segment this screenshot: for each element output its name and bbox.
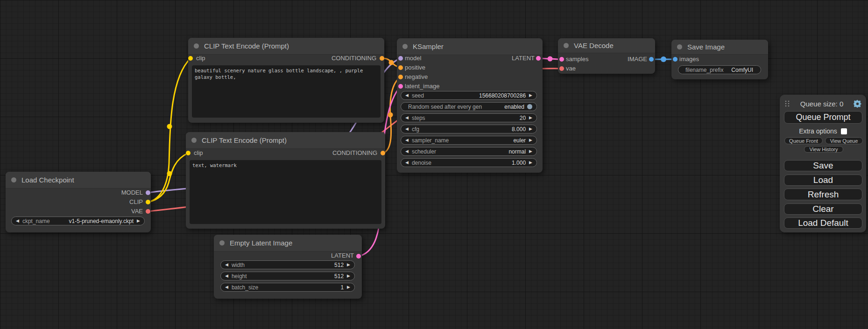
node-title-bar[interactable]: Empty Latent Image bbox=[214, 235, 362, 252]
node-empty-latent-image[interactable]: Empty Latent Image LATENT ◀ width 512 ▶ … bbox=[214, 235, 362, 299]
collapse-dot[interactable] bbox=[194, 43, 199, 49]
node-title-bar[interactable]: Save Image bbox=[671, 40, 768, 55]
widget-label: scheduler bbox=[412, 148, 436, 155]
model-output-slot[interactable] bbox=[146, 190, 150, 195]
clear-button[interactable]: Clear bbox=[784, 203, 862, 215]
filename-prefix-widget[interactable]: filename_prefix ComfyUI bbox=[678, 65, 761, 74]
node-title-bar[interactable]: Load Checkpoint bbox=[6, 172, 151, 189]
vae-input-slot[interactable] bbox=[559, 66, 564, 71]
collapse-dot[interactable] bbox=[677, 44, 682, 49]
image-output-slot[interactable] bbox=[649, 57, 654, 62]
gear-icon[interactable] bbox=[854, 100, 861, 108]
increment-arrow-icon[interactable]: ▶ bbox=[137, 219, 140, 223]
sampler-name-widget[interactable]: ◀ sampler_name euler ▶ bbox=[401, 136, 537, 145]
increment-arrow-icon[interactable]: ▶ bbox=[529, 149, 532, 154]
latent-output-slot[interactable] bbox=[536, 56, 541, 61]
conditioning-output-slot[interactable] bbox=[381, 151, 385, 155]
view-queue-button[interactable]: View Queue bbox=[825, 137, 863, 144]
samples-input-slot[interactable] bbox=[559, 57, 564, 62]
model-input-slot[interactable] bbox=[398, 56, 403, 61]
decrement-arrow-icon[interactable]: ◀ bbox=[405, 127, 409, 131]
latent-output-slot[interactable] bbox=[356, 254, 361, 259]
node-title-bar[interactable]: CLIP Text Encode (Prompt) bbox=[186, 132, 385, 149]
increment-arrow-icon[interactable]: ▶ bbox=[529, 127, 532, 131]
random-seed-toggle-widget[interactable]: Random seed after every gen enabled bbox=[401, 102, 537, 111]
prompt-textarea[interactable]: beautiful scenery nature glass bottle la… bbox=[192, 65, 381, 118]
load-button[interactable]: Load bbox=[784, 175, 862, 186]
height-widget[interactable]: ◀ height 512 ▶ bbox=[220, 272, 355, 280]
decrement-arrow-icon[interactable]: ◀ bbox=[225, 274, 228, 278]
collapse-dot[interactable] bbox=[402, 44, 408, 49]
collapse-dot[interactable] bbox=[564, 43, 569, 48]
view-history-button[interactable]: View History bbox=[804, 146, 843, 153]
negative-input-slot[interactable] bbox=[398, 75, 403, 79]
decrement-arrow-icon[interactable]: ◀ bbox=[405, 116, 409, 120]
queue-size-label: Queue size: 0 bbox=[790, 100, 854, 108]
node-load-checkpoint[interactable]: Load Checkpoint MODEL CLIP VAE ◀ ckpt_na… bbox=[6, 172, 151, 232]
images-input-slot[interactable] bbox=[673, 57, 677, 62]
node-title-bar[interactable]: VAE Decode bbox=[558, 38, 655, 53]
collapse-dot[interactable] bbox=[11, 177, 16, 182]
latent-image-input-slot[interactable] bbox=[398, 84, 403, 89]
save-button[interactable]: Save bbox=[784, 160, 862, 171]
collapse-dot[interactable] bbox=[191, 138, 197, 143]
width-widget[interactable]: ◀ width 512 ▶ bbox=[220, 260, 355, 269]
decrement-arrow-icon[interactable]: ◀ bbox=[225, 285, 228, 289]
node-ksampler[interactable]: KSampler model positive negative latent_… bbox=[397, 38, 543, 173]
decrement-arrow-icon[interactable]: ◀ bbox=[16, 219, 19, 223]
toggle-indicator[interactable] bbox=[527, 104, 532, 109]
steps-widget[interactable]: ◀ steps 20 ▶ bbox=[401, 113, 537, 122]
decrement-arrow-icon[interactable]: ◀ bbox=[405, 149, 409, 154]
denoise-widget[interactable]: ◀ denoise 1.000 ▶ bbox=[401, 158, 537, 167]
increment-arrow-icon[interactable]: ▶ bbox=[529, 116, 532, 120]
load-default-button[interactable]: Load Default bbox=[784, 217, 862, 229]
extra-options-checkbox[interactable] bbox=[841, 128, 847, 134]
node-vae-decode[interactable]: VAE Decode samples vae IMAGE bbox=[558, 38, 655, 74]
positive-input-slot[interactable] bbox=[398, 65, 403, 70]
clip-input-slot[interactable] bbox=[186, 151, 191, 155]
widget-label: width bbox=[232, 262, 245, 268]
queue-front-button[interactable]: Queue Front bbox=[784, 137, 823, 144]
widget-label: sampler_name bbox=[412, 137, 449, 144]
decrement-arrow-icon[interactable]: ◀ bbox=[405, 161, 409, 165]
widget-label: ckpt_name bbox=[22, 218, 50, 224]
node-title-bar[interactable]: KSampler bbox=[397, 38, 543, 55]
batch-size-widget[interactable]: ◀ batch_size 1 ▶ bbox=[220, 283, 355, 292]
conditioning-output-slot[interactable] bbox=[380, 56, 384, 61]
increment-arrow-icon[interactable]: ▶ bbox=[347, 263, 350, 267]
clip-output-slot[interactable] bbox=[146, 200, 150, 204]
increment-arrow-icon[interactable]: ▶ bbox=[529, 138, 532, 142]
increment-arrow-icon[interactable]: ▶ bbox=[529, 93, 532, 98]
increment-arrow-icon[interactable]: ▶ bbox=[347, 274, 350, 278]
increment-arrow-icon[interactable]: ▶ bbox=[347, 285, 350, 289]
node-graph-canvas[interactable]: Load Checkpoint MODEL CLIP VAE ◀ ckpt_na… bbox=[0, 0, 868, 329]
decrement-arrow-icon[interactable]: ◀ bbox=[405, 138, 409, 142]
ckpt-name-widget[interactable]: ◀ ckpt_name v1-5-pruned-emaonly.ckpt ▶ bbox=[11, 217, 145, 225]
input-label-clip: clip bbox=[194, 149, 203, 156]
node-clip-text-encode-positive[interactable]: CLIP Text Encode (Prompt) clip CONDITION… bbox=[188, 38, 384, 123]
drag-handle-icon[interactable] bbox=[784, 100, 790, 107]
vae-output-slot[interactable] bbox=[146, 209, 150, 214]
widget-value: normal bbox=[505, 148, 526, 155]
link-midpoint-dot bbox=[388, 112, 393, 118]
refresh-button[interactable]: Refresh bbox=[784, 189, 862, 200]
prompt-textarea[interactable]: text, watermark bbox=[190, 160, 381, 224]
widget-value: 512 bbox=[331, 262, 344, 268]
output-label-model: MODEL bbox=[121, 189, 143, 196]
cfg-widget[interactable]: ◀ cfg 8.000 ▶ bbox=[401, 125, 537, 133]
increment-arrow-icon[interactable]: ▶ bbox=[529, 161, 532, 165]
node-title: KSampler bbox=[413, 42, 444, 50]
node-clip-text-encode-negative[interactable]: CLIP Text Encode (Prompt) clip CONDITION… bbox=[186, 132, 385, 229]
decrement-arrow-icon[interactable]: ◀ bbox=[405, 93, 409, 98]
clip-input-slot[interactable] bbox=[188, 56, 193, 61]
node-title: VAE Decode bbox=[574, 42, 614, 49]
decrement-arrow-icon[interactable]: ◀ bbox=[225, 263, 228, 267]
scheduler-widget[interactable]: ◀ scheduler normal ▶ bbox=[401, 147, 537, 156]
node-title-bar[interactable]: CLIP Text Encode (Prompt) bbox=[188, 38, 384, 55]
collapse-dot[interactable] bbox=[219, 240, 225, 245]
input-label-model: model bbox=[405, 55, 421, 62]
queue-prompt-button[interactable]: Queue Prompt bbox=[784, 111, 862, 124]
seed-widget[interactable]: ◀ seed 156680208700286 ▶ bbox=[401, 91, 537, 100]
widget-label: filename_prefix bbox=[685, 67, 723, 73]
node-save-image[interactable]: Save Image images filename_prefix ComfyU… bbox=[671, 40, 768, 79]
